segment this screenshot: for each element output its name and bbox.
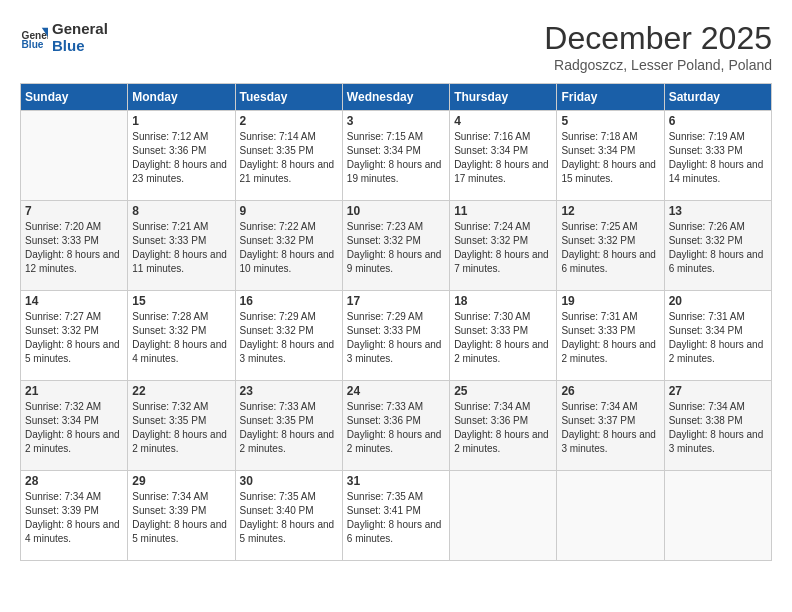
- day-number: 27: [669, 384, 767, 398]
- day-info: Sunrise: 7:32 AMSunset: 3:35 PMDaylight:…: [132, 400, 230, 456]
- day-number: 29: [132, 474, 230, 488]
- sunrise-text: Sunrise: 7:21 AM: [132, 221, 208, 232]
- day-number: 17: [347, 294, 445, 308]
- weekday-header-sunday: Sunday: [21, 84, 128, 111]
- daylight-text: Daylight: 8 hours and 21 minutes.: [240, 159, 335, 184]
- sunset-text: Sunset: 3:38 PM: [669, 415, 743, 426]
- calendar-cell: 5Sunrise: 7:18 AMSunset: 3:34 PMDaylight…: [557, 111, 664, 201]
- calendar-cell: 6Sunrise: 7:19 AMSunset: 3:33 PMDaylight…: [664, 111, 771, 201]
- sunset-text: Sunset: 3:35 PM: [240, 415, 314, 426]
- daylight-text: Daylight: 8 hours and 11 minutes.: [132, 249, 227, 274]
- sunrise-text: Sunrise: 7:34 AM: [669, 401, 745, 412]
- day-number: 2: [240, 114, 338, 128]
- day-info: Sunrise: 7:21 AMSunset: 3:33 PMDaylight:…: [132, 220, 230, 276]
- calendar-cell: 24Sunrise: 7:33 AMSunset: 3:36 PMDayligh…: [342, 381, 449, 471]
- daylight-text: Daylight: 8 hours and 10 minutes.: [240, 249, 335, 274]
- daylight-text: Daylight: 8 hours and 2 minutes.: [561, 339, 656, 364]
- weekday-header-tuesday: Tuesday: [235, 84, 342, 111]
- sunset-text: Sunset: 3:41 PM: [347, 505, 421, 516]
- day-number: 23: [240, 384, 338, 398]
- sunrise-text: Sunrise: 7:31 AM: [561, 311, 637, 322]
- daylight-text: Daylight: 8 hours and 2 minutes.: [240, 429, 335, 454]
- daylight-text: Daylight: 8 hours and 6 minutes.: [347, 519, 442, 544]
- day-info: Sunrise: 7:24 AMSunset: 3:32 PMDaylight:…: [454, 220, 552, 276]
- sunset-text: Sunset: 3:32 PM: [25, 325, 99, 336]
- day-info: Sunrise: 7:29 AMSunset: 3:32 PMDaylight:…: [240, 310, 338, 366]
- day-number: 15: [132, 294, 230, 308]
- sunset-text: Sunset: 3:35 PM: [132, 415, 206, 426]
- sunset-text: Sunset: 3:32 PM: [240, 325, 314, 336]
- calendar-cell: 7Sunrise: 7:20 AMSunset: 3:33 PMDaylight…: [21, 201, 128, 291]
- day-info: Sunrise: 7:19 AMSunset: 3:33 PMDaylight:…: [669, 130, 767, 186]
- sunrise-text: Sunrise: 7:35 AM: [347, 491, 423, 502]
- weekday-header-wednesday: Wednesday: [342, 84, 449, 111]
- sunset-text: Sunset: 3:33 PM: [132, 235, 206, 246]
- day-number: 25: [454, 384, 552, 398]
- sunset-text: Sunset: 3:37 PM: [561, 415, 635, 426]
- sunset-text: Sunset: 3:32 PM: [240, 235, 314, 246]
- daylight-text: Daylight: 8 hours and 6 minutes.: [561, 249, 656, 274]
- daylight-text: Daylight: 8 hours and 4 minutes.: [132, 339, 227, 364]
- sunrise-text: Sunrise: 7:35 AM: [240, 491, 316, 502]
- day-info: Sunrise: 7:35 AMSunset: 3:41 PMDaylight:…: [347, 490, 445, 546]
- calendar-cell: 8Sunrise: 7:21 AMSunset: 3:33 PMDaylight…: [128, 201, 235, 291]
- calendar-cell: 16Sunrise: 7:29 AMSunset: 3:32 PMDayligh…: [235, 291, 342, 381]
- daylight-text: Daylight: 8 hours and 3 minutes.: [240, 339, 335, 364]
- day-info: Sunrise: 7:12 AMSunset: 3:36 PMDaylight:…: [132, 130, 230, 186]
- daylight-text: Daylight: 8 hours and 9 minutes.: [347, 249, 442, 274]
- day-info: Sunrise: 7:26 AMSunset: 3:32 PMDaylight:…: [669, 220, 767, 276]
- sunset-text: Sunset: 3:34 PM: [25, 415, 99, 426]
- day-info: Sunrise: 7:14 AMSunset: 3:35 PMDaylight:…: [240, 130, 338, 186]
- sunrise-text: Sunrise: 7:22 AM: [240, 221, 316, 232]
- day-number: 3: [347, 114, 445, 128]
- day-number: 24: [347, 384, 445, 398]
- sunset-text: Sunset: 3:33 PM: [454, 325, 528, 336]
- calendar-row-1: 1Sunrise: 7:12 AMSunset: 3:36 PMDaylight…: [21, 111, 772, 201]
- calendar-cell: 2Sunrise: 7:14 AMSunset: 3:35 PMDaylight…: [235, 111, 342, 201]
- sunrise-text: Sunrise: 7:24 AM: [454, 221, 530, 232]
- day-info: Sunrise: 7:22 AMSunset: 3:32 PMDaylight:…: [240, 220, 338, 276]
- calendar-cell: 27Sunrise: 7:34 AMSunset: 3:38 PMDayligh…: [664, 381, 771, 471]
- calendar-cell: 30Sunrise: 7:35 AMSunset: 3:40 PMDayligh…: [235, 471, 342, 561]
- calendar-cell: 25Sunrise: 7:34 AMSunset: 3:36 PMDayligh…: [450, 381, 557, 471]
- sunset-text: Sunset: 3:33 PM: [347, 325, 421, 336]
- sunrise-text: Sunrise: 7:32 AM: [132, 401, 208, 412]
- sunset-text: Sunset: 3:32 PM: [669, 235, 743, 246]
- sunset-text: Sunset: 3:34 PM: [561, 145, 635, 156]
- sunrise-text: Sunrise: 7:33 AM: [240, 401, 316, 412]
- sunrise-text: Sunrise: 7:34 AM: [25, 491, 101, 502]
- day-number: 21: [25, 384, 123, 398]
- daylight-text: Daylight: 8 hours and 2 minutes.: [25, 429, 120, 454]
- daylight-text: Daylight: 8 hours and 19 minutes.: [347, 159, 442, 184]
- calendar-cell: [664, 471, 771, 561]
- calendar-cell: 31Sunrise: 7:35 AMSunset: 3:41 PMDayligh…: [342, 471, 449, 561]
- calendar-cell: 19Sunrise: 7:31 AMSunset: 3:33 PMDayligh…: [557, 291, 664, 381]
- day-info: Sunrise: 7:28 AMSunset: 3:32 PMDaylight:…: [132, 310, 230, 366]
- logo-general: General: [52, 20, 108, 37]
- day-info: Sunrise: 7:34 AMSunset: 3:37 PMDaylight:…: [561, 400, 659, 456]
- daylight-text: Daylight: 8 hours and 2 minutes.: [347, 429, 442, 454]
- day-info: Sunrise: 7:34 AMSunset: 3:39 PMDaylight:…: [132, 490, 230, 546]
- calendar-cell: [557, 471, 664, 561]
- page-header: General Blue General Blue December 2025 …: [20, 20, 772, 73]
- daylight-text: Daylight: 8 hours and 5 minutes.: [25, 339, 120, 364]
- day-number: 28: [25, 474, 123, 488]
- sunset-text: Sunset: 3:36 PM: [454, 415, 528, 426]
- daylight-text: Daylight: 8 hours and 3 minutes.: [561, 429, 656, 454]
- day-info: Sunrise: 7:31 AMSunset: 3:34 PMDaylight:…: [669, 310, 767, 366]
- daylight-text: Daylight: 8 hours and 17 minutes.: [454, 159, 549, 184]
- sunrise-text: Sunrise: 7:29 AM: [240, 311, 316, 322]
- calendar-cell: 21Sunrise: 7:32 AMSunset: 3:34 PMDayligh…: [21, 381, 128, 471]
- day-number: 12: [561, 204, 659, 218]
- daylight-text: Daylight: 8 hours and 3 minutes.: [669, 429, 764, 454]
- daylight-text: Daylight: 8 hours and 12 minutes.: [25, 249, 120, 274]
- daylight-text: Daylight: 8 hours and 4 minutes.: [25, 519, 120, 544]
- day-number: 26: [561, 384, 659, 398]
- sunrise-text: Sunrise: 7:15 AM: [347, 131, 423, 142]
- calendar-cell: 9Sunrise: 7:22 AMSunset: 3:32 PMDaylight…: [235, 201, 342, 291]
- calendar-cell: 4Sunrise: 7:16 AMSunset: 3:34 PMDaylight…: [450, 111, 557, 201]
- sunrise-text: Sunrise: 7:34 AM: [561, 401, 637, 412]
- daylight-text: Daylight: 8 hours and 2 minutes.: [132, 429, 227, 454]
- daylight-text: Daylight: 8 hours and 15 minutes.: [561, 159, 656, 184]
- day-number: 18: [454, 294, 552, 308]
